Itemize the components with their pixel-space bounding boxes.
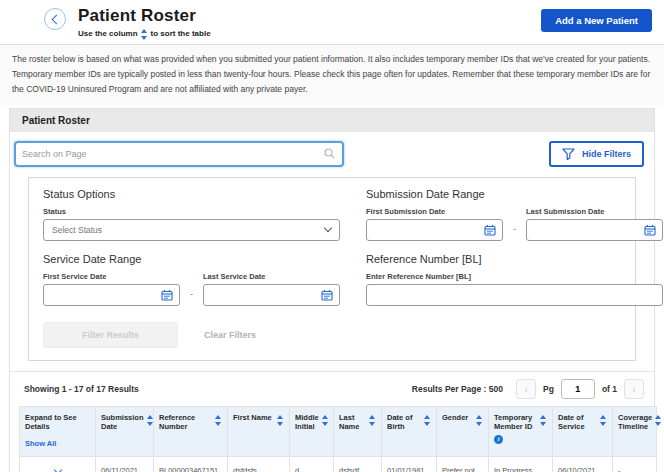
sort-icon[interactable] bbox=[369, 415, 376, 426]
first-submission-date-input[interactable] bbox=[373, 225, 484, 235]
status-select[interactable]: Select Status bbox=[43, 219, 340, 241]
status-select-value: Select Status bbox=[52, 225, 102, 235]
status-options-group: Status Options Status Select Status bbox=[43, 188, 340, 241]
service-date-title: Service Date Range bbox=[43, 253, 340, 265]
reference-number-label: Enter Reference Number [BL] bbox=[366, 272, 663, 281]
submission-date-group: Submission Date Range First Submission D… bbox=[366, 188, 663, 241]
results-bar: Showing 1 - 17 of 17 Results Results Per… bbox=[10, 371, 654, 406]
cell-first-name: dsfdsfs bbox=[228, 457, 290, 472]
col-header-last-name[interactable]: Last Name bbox=[334, 406, 382, 457]
patient-roster-table: Expand to See Details Show All Submissio… bbox=[19, 406, 657, 472]
last-submission-date-field bbox=[526, 219, 663, 241]
reference-number-title: Reference Number [BL] bbox=[366, 253, 663, 265]
sort-icon[interactable] bbox=[147, 415, 154, 426]
sort-icon[interactable] bbox=[600, 415, 607, 426]
col-header-gender[interactable]: Gender bbox=[437, 406, 489, 457]
sort-icon[interactable] bbox=[424, 415, 431, 426]
filter-panel: Status Options Status Select Status Subm… bbox=[28, 177, 636, 361]
first-submission-date-label: First Submission Date bbox=[366, 207, 503, 216]
col-header-date-of-service[interactable]: Date of Service bbox=[553, 406, 613, 457]
results-per-page: Results Per Page : 500 bbox=[412, 384, 503, 394]
calendar-icon[interactable] bbox=[161, 289, 173, 301]
last-submission-date-label: Last Submission Date bbox=[526, 207, 663, 216]
reference-number-input[interactable] bbox=[366, 284, 663, 306]
cell-middle-initial: d bbox=[290, 457, 334, 472]
cell-temporary-member-id: In Progress bbox=[489, 457, 553, 472]
page-number-input[interactable] bbox=[561, 379, 595, 399]
last-service-date-label: Last Service Date bbox=[203, 272, 340, 281]
prev-page-button[interactable]: ‹ bbox=[516, 379, 536, 399]
results-count: Showing 1 - 17 of 17 Results bbox=[24, 384, 139, 394]
cell-last-name: dsfsdf bbox=[334, 457, 382, 472]
first-service-date-field bbox=[43, 284, 180, 306]
cell-date-of-birth: 01/01/1981 bbox=[382, 457, 437, 472]
cell-submission-date: 06/11/2021 bbox=[96, 457, 154, 472]
chevron-down-icon bbox=[53, 466, 61, 472]
filter-actions: Filter Results Clear Filters bbox=[43, 322, 621, 348]
service-date-group: Service Date Range First Service Date bbox=[43, 253, 340, 306]
col-header-temporary-member-id[interactable]: Temporary Member IDi bbox=[489, 406, 553, 457]
cell-coverage-timeline: - bbox=[613, 457, 657, 472]
sort-icon[interactable] bbox=[655, 415, 662, 426]
first-service-date-label: First Service Date bbox=[43, 272, 180, 281]
range-separator: - bbox=[503, 224, 526, 241]
hide-filters-label: Hide Filters bbox=[582, 149, 631, 159]
top-header: Patient Roster Use the column to sort th… bbox=[0, 0, 664, 44]
reference-number-group: Reference Number [BL] Enter Reference Nu… bbox=[366, 253, 663, 306]
show-all-link[interactable]: Show All bbox=[25, 439, 56, 448]
hide-filters-button[interactable]: Hide Filters bbox=[549, 141, 644, 167]
range-separator: - bbox=[180, 289, 203, 306]
expand-row-button[interactable] bbox=[20, 457, 96, 472]
col-header-date-of-birth[interactable]: Date of Birth bbox=[382, 406, 437, 457]
filter-results-button[interactable]: Filter Results bbox=[43, 322, 178, 348]
last-submission-date-input[interactable] bbox=[533, 225, 644, 235]
add-new-patient-button[interactable]: Add a New Patient bbox=[541, 9, 652, 32]
first-service-date-input[interactable] bbox=[50, 290, 161, 300]
status-label: Status bbox=[43, 207, 340, 216]
funnel-icon bbox=[562, 148, 575, 160]
page-subtitle: Use the column to sort the table bbox=[78, 27, 211, 40]
calendar-icon[interactable] bbox=[484, 224, 496, 236]
col-header-submission-date[interactable]: Submission Date bbox=[96, 406, 154, 457]
table-header-row: Expand to See Details Show All Submissio… bbox=[20, 406, 657, 457]
of-label: of 1 bbox=[602, 384, 617, 394]
col-header-reference-number[interactable]: Reference Number bbox=[154, 406, 228, 457]
search-row: Hide Filters bbox=[10, 132, 654, 175]
patient-roster-page: Patient Roster Use the column to sort th… bbox=[0, 0, 664, 472]
sort-icon bbox=[141, 29, 148, 40]
search-input[interactable] bbox=[16, 149, 324, 159]
next-page-button[interactable]: › bbox=[624, 379, 644, 399]
roster-panel: Patient Roster Hide Filters bbox=[9, 108, 655, 472]
title-wrap: Patient Roster Use the column to sort th… bbox=[78, 6, 211, 40]
sort-icon[interactable] bbox=[540, 415, 547, 426]
search-box bbox=[14, 141, 344, 167]
sort-icon[interactable] bbox=[322, 415, 329, 426]
page-title: Patient Roster bbox=[78, 6, 211, 26]
intro-text: The roster below is based on what was pr… bbox=[0, 44, 664, 105]
info-icon[interactable]: i bbox=[494, 435, 503, 444]
last-service-date-input[interactable] bbox=[210, 290, 321, 300]
sort-icon[interactable] bbox=[215, 415, 222, 426]
calendar-icon[interactable] bbox=[321, 289, 333, 301]
sort-icon[interactable] bbox=[476, 415, 483, 426]
calendar-icon[interactable] bbox=[644, 224, 656, 236]
back-button[interactable] bbox=[44, 8, 66, 30]
clear-filters-link[interactable]: Clear Filters bbox=[204, 330, 256, 340]
table-row: 06/11/2021 BL000003467151 dsfdsfs d dsfs… bbox=[20, 457, 657, 472]
status-options-title: Status Options bbox=[43, 188, 340, 200]
pg-label: Pg bbox=[543, 384, 554, 394]
col-header-expand: Expand to See Details Show All bbox=[20, 406, 96, 457]
col-header-first-name[interactable]: First Name bbox=[228, 406, 290, 457]
col-header-middle-initial[interactable]: Middle Initial bbox=[290, 406, 334, 457]
cell-gender: Prefer not to answer bbox=[437, 457, 489, 472]
magnifier-icon bbox=[324, 148, 335, 159]
cell-date-of-service: 06/10/2021 bbox=[553, 457, 613, 472]
panel-title: Patient Roster bbox=[10, 109, 654, 132]
back-chevron-icon bbox=[51, 14, 61, 24]
chevron-down-icon bbox=[324, 224, 332, 232]
submission-date-title: Submission Date Range bbox=[366, 188, 663, 200]
col-header-coverage-timeline[interactable]: Coverage Timeline bbox=[613, 406, 657, 457]
cell-reference-number: BL000003467151 bbox=[154, 457, 228, 472]
first-submission-date-field bbox=[366, 219, 503, 241]
sort-icon[interactable] bbox=[277, 415, 284, 426]
